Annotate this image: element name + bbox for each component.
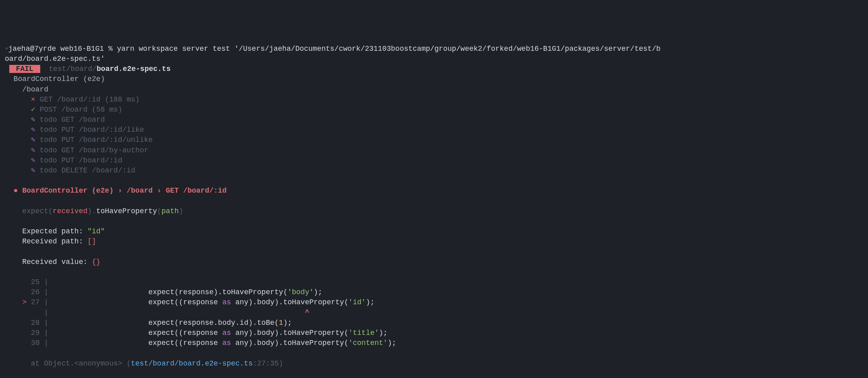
code-line: > 27 | expect((response as any).body).to… — [5, 297, 863, 307]
stack-file-link[interactable]: test/board/board.e2e-spec.ts — [131, 359, 252, 368]
code-line: 29 | expect((response as any).body).toHa… — [5, 328, 863, 338]
test-result-line: ✎ todo PUT /board/:id — [5, 156, 863, 166]
test-status-icon: × — [31, 96, 35, 104]
test-result-line: × GET /board/:id (188 ms) — [5, 95, 863, 105]
terminal-output: ✧jaeha@7yrde web16-B1G1 % yarn workspace… — [5, 44, 863, 369]
failure-breadcrumb: ● BoardController (e2e) › /board › GET /… — [5, 186, 863, 196]
code-line: 25 | — [5, 277, 863, 287]
code-line: | ^ — [5, 308, 863, 318]
test-status-icon: ✎ — [31, 146, 35, 154]
test-result-line: ✓ POST /board (58 ms) — [5, 105, 863, 115]
code-line: 26 | expect(response).toHaveProperty('bo… — [5, 287, 863, 297]
test-status-icon: ✎ — [31, 156, 35, 164]
test-result-line: ✎ todo PUT /board/:id/unlike — [5, 135, 863, 145]
test-result-line: ✎ todo GET /board — [5, 115, 863, 125]
test-status-icon: ✎ — [31, 126, 35, 134]
test-result-line: ✎ todo PUT /board/:id/like — [5, 125, 863, 135]
test-status-icon: ✎ — [31, 136, 35, 144]
test-result-line: ✎ todo GET /board/by-author — [5, 145, 863, 156]
test-result-line: ✎ todo DELETE /board/:id — [5, 166, 863, 176]
bullet-icon: ● — [14, 187, 18, 195]
fail-badge: FAIL — [9, 65, 40, 73]
test-status-icon: ✓ — [31, 106, 35, 114]
code-line: 28 | expect(response.body.id).toBe(1); — [5, 318, 863, 328]
code-line: 30 | expect((response as any).body).toHa… — [5, 338, 863, 348]
test-status-icon: ✎ — [31, 166, 35, 174]
test-status-icon: ✎ — [31, 116, 35, 124]
